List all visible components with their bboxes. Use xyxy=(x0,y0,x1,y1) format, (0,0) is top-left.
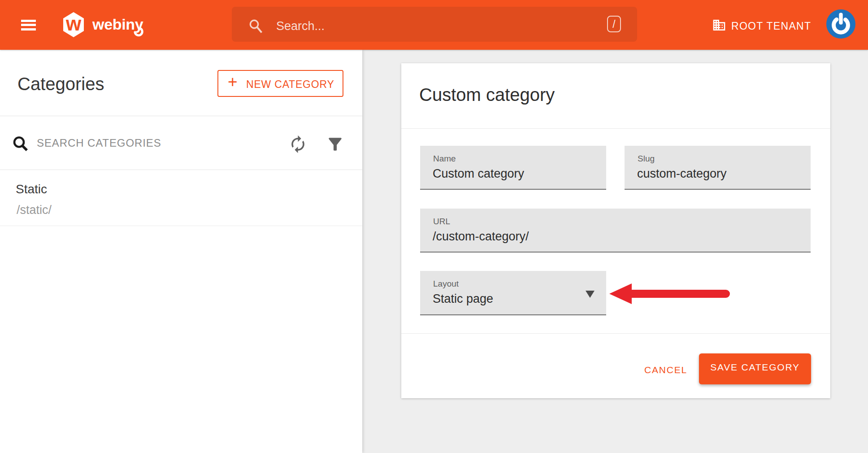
svg-text:w: w xyxy=(65,13,82,35)
